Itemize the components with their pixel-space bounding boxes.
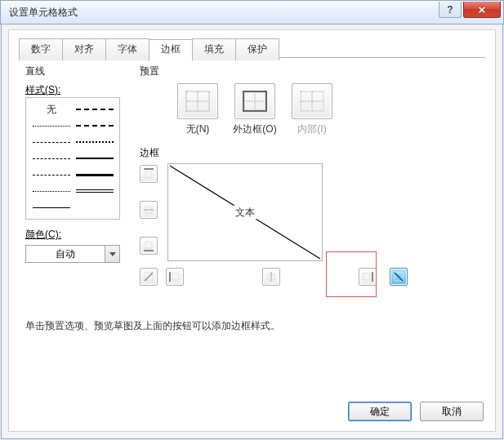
line-style-none[interactable]: 无	[29, 102, 73, 117]
tab-border[interactable]: 边框	[149, 39, 193, 61]
preset-outline-icon	[243, 91, 267, 112]
line-style-option[interactable]	[29, 200, 73, 215]
svg-rect-10	[172, 273, 179, 280]
window-title: 设置单元格格式	[9, 6, 78, 20]
preset-none[interactable]: 无(N)	[174, 83, 221, 136]
presets-heading: 预置	[140, 64, 479, 78]
line-style-option[interactable]	[73, 184, 116, 198]
preset-inside-button[interactable]	[292, 83, 332, 119]
line-panel: 直线 样式(S): 无	[25, 64, 132, 263]
border-horizontal-middle-button[interactable]	[140, 201, 158, 219]
line-style-none-label: 无	[47, 103, 56, 117]
preset-row: 无(N) 外边框(O) 内部(I)	[174, 83, 479, 136]
border-bottom-icon	[143, 240, 154, 251]
preset-none-icon	[185, 91, 210, 112]
dialog-body: 数字 对齐 字体 边框 填充 保护 直线 样式(S): 无	[1, 24, 503, 439]
line-style-option[interactable]	[73, 151, 116, 166]
preset-none-label: 无(N)	[186, 122, 210, 136]
border-diagonal-up-button[interactable]	[140, 268, 158, 286]
dialog-footer: 确定 取消	[348, 402, 484, 421]
help-button[interactable]: ?	[439, 2, 462, 18]
line-style-option[interactable]	[73, 135, 116, 149]
line-style-option[interactable]	[29, 167, 73, 182]
border-horizontal-middle-icon	[143, 204, 154, 216]
tab-align[interactable]: 对齐	[62, 38, 106, 60]
preset-outline[interactable]: 外边框(O)	[231, 83, 279, 136]
color-combobox[interactable]: 自动	[25, 245, 120, 263]
border-top-button[interactable]	[140, 165, 158, 183]
tab-protect[interactable]: 保护	[235, 38, 279, 60]
svg-line-16	[395, 273, 403, 281]
border-diagonal-down-icon	[393, 271, 404, 282]
border-diagonal-down-button[interactable]	[390, 268, 408, 286]
line-heading: 直线	[25, 64, 132, 78]
border-vertical-middle-button[interactable]	[262, 268, 280, 286]
border-left-icon	[169, 271, 181, 282]
preset-inside[interactable]: 内部(I)	[288, 83, 336, 136]
titlebar-controls: ? ×	[439, 2, 502, 18]
preset-none-button[interactable]	[177, 83, 218, 119]
svg-rect-14	[364, 273, 370, 280]
svg-rect-1	[145, 171, 152, 178]
titlebar: 设置单元格格式 ? ×	[0, 0, 504, 24]
line-style-option[interactable]	[29, 151, 73, 166]
border-vertical-controls	[140, 165, 158, 255]
preset-inside-label: 内部(I)	[297, 122, 326, 136]
border-heading: 边框	[140, 146, 479, 160]
color-label-text: 颜色(C):	[25, 229, 61, 240]
color-label: 颜色(C):	[25, 228, 132, 242]
preset-outline-button[interactable]	[234, 83, 275, 119]
border-diagonal-up-icon	[143, 271, 154, 282]
line-style-option[interactable]	[29, 184, 73, 198]
line-style-option[interactable]	[73, 118, 116, 133]
border-right-button[interactable]	[359, 268, 377, 286]
line-style-option[interactable]	[73, 200, 116, 215]
dialog-inner: 数字 对齐 字体 边框 填充 保护 直线 样式(S): 无	[8, 29, 496, 432]
tab-content-border: 直线 样式(S): 无	[19, 57, 485, 392]
border-horizontal-controls	[140, 268, 416, 286]
presets-and-border-panel: 预置 无(N) 外边框(O)	[140, 64, 479, 290]
color-combobox-value: 自动	[26, 246, 105, 262]
tab-fill[interactable]: 填充	[192, 38, 236, 60]
line-style-option[interactable]	[29, 135, 73, 149]
svg-line-8	[145, 273, 153, 281]
tab-strip: 数字 对齐 字体 边框 填充 保护	[19, 38, 279, 60]
line-style-option[interactable]	[73, 167, 116, 182]
tab-number[interactable]: 数字	[19, 38, 63, 60]
style-label: 样式(S):	[25, 83, 132, 97]
border-vertical-middle-icon	[265, 271, 277, 282]
cancel-button[interactable]: 取消	[420, 402, 484, 421]
preset-outline-label: 外边框(O)	[233, 122, 276, 136]
preset-inside-icon	[300, 91, 324, 112]
tab-font[interactable]: 字体	[105, 38, 149, 60]
border-area: 文本	[140, 163, 479, 290]
border-bottom-button[interactable]	[140, 237, 158, 255]
style-label-text: 样式(S):	[25, 84, 60, 96]
chevron-down-icon[interactable]	[105, 246, 119, 262]
border-right-icon	[362, 271, 373, 282]
svg-rect-5	[145, 242, 152, 248]
ok-button[interactable]: 确定	[348, 402, 412, 421]
border-top-icon	[143, 168, 154, 180]
line-style-option[interactable]	[73, 102, 116, 117]
line-style-option[interactable]	[29, 118, 73, 133]
line-style-listbox[interactable]: 无	[25, 97, 120, 220]
hint-text: 单击预置选项、预览草图及上面的按钮可以添加边框样式。	[25, 319, 280, 333]
border-left-button[interactable]	[166, 268, 184, 286]
border-preview-text: 文本	[234, 206, 256, 220]
close-button[interactable]: ×	[463, 2, 501, 18]
border-preview[interactable]: 文本	[167, 163, 323, 261]
